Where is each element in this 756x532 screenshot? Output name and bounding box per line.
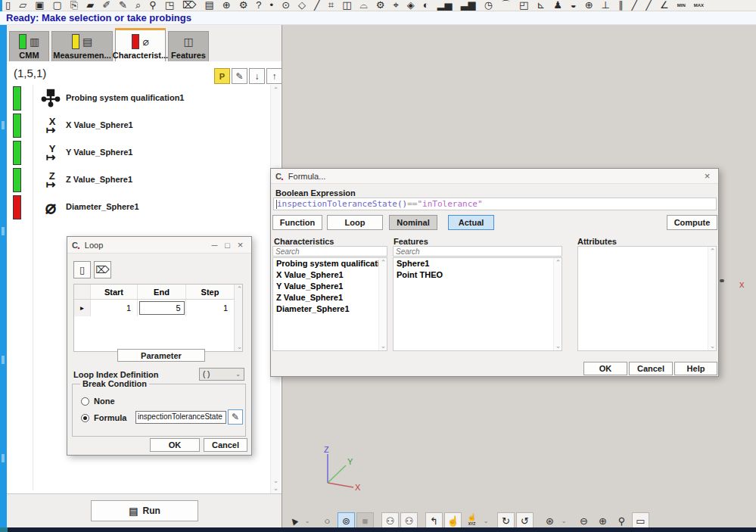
compute-button[interactable]: Compute	[667, 215, 717, 230]
angle-gauge-icon[interactable]: ⊾	[537, 0, 545, 11]
probe-box-icon[interactable]: ◳	[165, 0, 174, 11]
scroll-down-icon[interactable]: ⌄	[379, 342, 387, 350]
new-row-button[interactable]: ▯	[73, 261, 91, 278]
scroll-down-icon[interactable]: ⌄	[708, 342, 717, 350]
curve-icon[interactable]: ⌒	[501, 0, 511, 11]
move-down-button[interactable]: ↓	[249, 68, 265, 84]
plan-mode-button[interactable]: P	[214, 68, 230, 84]
table-row[interactable]: ► 1 5 1	[74, 300, 242, 316]
construction-icon[interactable]: ⚙	[376, 0, 385, 11]
timer-icon[interactable]: ◷	[484, 0, 493, 11]
list-scrollbar[interactable]: ⌃ ⌄	[708, 247, 716, 350]
table-scrollbar[interactable]: ⌃ ⌄	[234, 285, 242, 351]
tree-item-z-value[interactable]: Z↦ Z Value_Sphere1	[7, 166, 270, 194]
expression-input[interactable]: inspectionToleranceState()=="inTolerance…	[273, 198, 717, 210]
scroll-down-icon[interactable]: ⌄	[554, 342, 562, 350]
delete-icon[interactable]: ⌦	[182, 0, 196, 11]
help-button[interactable]: Help	[674, 362, 717, 375]
formula-edit-button[interactable]: ✎	[228, 409, 243, 425]
angularity-icon[interactable]: ∠	[660, 0, 669, 11]
scroll-up-icon[interactable]: ⌃	[379, 259, 387, 266]
save-icon[interactable]: ▣	[35, 0, 44, 11]
formula-radio[interactable]	[81, 414, 89, 422]
scroll-down-icon[interactable]: ⌄	[272, 477, 280, 484]
none-label[interactable]: None	[94, 397, 115, 406]
list-scrollbar[interactable]: ⌃ ⌄	[378, 258, 387, 350]
ok-button[interactable]: OK	[583, 362, 627, 375]
dome-icon[interactable]: ◒	[571, 0, 577, 11]
scroll-up-icon[interactable]: ⌃	[554, 259, 562, 266]
features-item[interactable]: Point THEO	[394, 269, 562, 281]
max-icon[interactable]: MAX	[694, 0, 704, 11]
tab-characteristics[interactable]: ⌀ Characterist...	[115, 28, 166, 61]
tree-item-y-value[interactable]: Y↦ Y Value_Sphere1	[7, 139, 270, 166]
end-cell-input[interactable]: 5	[139, 301, 185, 315]
min-icon[interactable]: MIN	[677, 0, 686, 11]
minimize-button[interactable]: ─	[208, 241, 221, 250]
copy-icon[interactable]: ⎘	[70, 0, 78, 11]
run-button[interactable]: ▤ Run	[91, 500, 198, 521]
probe-tool-icon[interactable]: ✎	[119, 0, 127, 11]
formula-label[interactable]: Formula	[94, 413, 126, 422]
formula-value-input[interactable]: inspectionToleranceState	[135, 411, 226, 424]
plane-icon[interactable]: ⌗	[328, 0, 334, 11]
dock-edge-strip[interactable]	[0, 0, 7, 532]
characteristics-item[interactable]: Y Value_Sphere1	[273, 281, 387, 292]
point-icon[interactable]: •	[270, 0, 274, 11]
histogram-icon[interactable]: ▃▆	[461, 0, 476, 11]
scroll-up-icon[interactable]: ⌃	[708, 247, 717, 255]
characteristics-item[interactable]: Z Value_Sphere1	[273, 292, 387, 303]
step-cell[interactable]: 1	[186, 300, 235, 316]
characteristics-item[interactable]: Diameter_Sphere1	[273, 303, 387, 315]
start-cell[interactable]: 1	[91, 300, 138, 316]
none-radio[interactable]	[81, 397, 89, 406]
scroll-up-icon[interactable]: ⌃	[272, 86, 280, 94]
characteristics-item[interactable]: Probing system qualification1	[273, 258, 387, 269]
characteristics-search-input[interactable]	[272, 246, 387, 257]
loop-dialog-titlebar[interactable]: C. Loop ─ □ ×	[67, 237, 251, 254]
scroll-down-icon[interactable]: ⌄	[235, 343, 244, 350]
coordinate-system-icon[interactable]: ⌖	[393, 0, 398, 11]
brush-icon[interactable]: ✐	[102, 0, 110, 11]
user-icon[interactable]: ♟	[553, 0, 562, 11]
features-item[interactable]: Sphere1	[394, 258, 562, 269]
delete-row-button[interactable]: ⌦	[94, 261, 111, 278]
cylinder-icon[interactable]: ◫	[342, 0, 351, 11]
parallelism-icon[interactable]: ∥	[618, 0, 624, 11]
circle-icon[interactable]: ⊙	[282, 0, 290, 11]
search-icon[interactable]: ⌕	[135, 0, 141, 11]
loop-button[interactable]: Loop	[327, 215, 383, 230]
cancel-button[interactable]: Cancel	[204, 438, 247, 452]
diamond-icon[interactable]: ◇	[298, 0, 306, 11]
box-icon[interactable]: ◰	[519, 0, 528, 11]
selection-rect-icon[interactable]: ▢	[52, 0, 61, 11]
target-2-icon[interactable]: ⊕	[585, 0, 593, 11]
probe-qualify-icon[interactable]: ⚲	[149, 0, 157, 11]
list-scrollbar[interactable]: ⌃ ⌄	[553, 258, 562, 350]
target-icon[interactable]: ⊕	[222, 0, 231, 11]
tab-features[interactable]: ◫ Features	[168, 31, 209, 61]
tree-item-probing-qualification[interactable]: Probing system qualification1	[7, 85, 270, 112]
help-icon[interactable]: ?	[256, 0, 261, 11]
function-button[interactable]: Function	[272, 215, 322, 230]
parameter-button[interactable]: Parameter	[117, 349, 205, 362]
scroll-up-icon[interactable]: ⌃	[235, 285, 244, 293]
loop-index-dropdown[interactable]: ( ) ⌄	[199, 368, 244, 381]
close-button[interactable]: ×	[234, 239, 247, 250]
tab-cmm[interactable]: ▥ CMM	[9, 31, 49, 61]
straightness-icon[interactable]: ╱	[631, 0, 637, 11]
flatness-icon[interactable]: ╱	[646, 0, 652, 11]
settings-icon[interactable]: ⚙	[239, 0, 248, 11]
perpendicularity-icon[interactable]: ⊥	[602, 0, 610, 11]
tree-item-diameter[interactable]: ⌀ Diameter_Sphere1	[7, 194, 270, 221]
tab-measurement[interactable]: ▤ Measuremen...	[51, 31, 113, 61]
close-button[interactable]: ×	[701, 170, 714, 182]
paste-stamp-icon[interactable]: ▰	[86, 0, 94, 11]
nominal-button[interactable]: Nominal	[389, 215, 437, 230]
segment-icon[interactable]: ⌓	[359, 0, 367, 11]
translate-icon[interactable]: ◈	[407, 0, 415, 11]
sphere-icon[interactable]: ◐	[423, 0, 429, 11]
formula-dialog-titlebar[interactable]: C. Formula... ×	[271, 169, 718, 184]
features-search-input[interactable]	[393, 246, 562, 257]
actual-button[interactable]: Actual	[448, 215, 494, 230]
